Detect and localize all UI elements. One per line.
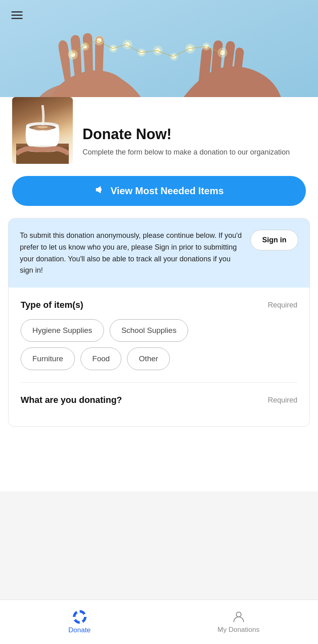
tag-hygiene-supplies[interactable]: Hygiene Supplies	[21, 319, 104, 342]
what-donating-label: What are you donating?	[21, 395, 122, 405]
card-header: Donate Now! Complete the form below to m…	[0, 97, 318, 164]
view-most-needed-label: View Most Needed Items	[110, 185, 224, 197]
donation-form-card: To submit this donation anonymously, ple…	[8, 218, 310, 427]
tag-food[interactable]: Food	[81, 347, 121, 370]
nav-donate-label: Donate	[68, 626, 91, 634]
item-type-label: Type of item(s)	[21, 300, 83, 310]
tag-other[interactable]: Other	[127, 347, 170, 370]
item-type-tags-row-2: Furniture Food Other	[21, 347, 297, 370]
svg-point-11	[123, 40, 132, 49]
person-icon	[232, 610, 245, 623]
bottom-spacer	[0, 427, 318, 479]
svg-point-7	[94, 36, 104, 45]
signin-banner: To submit this donation anonymously, ple…	[8, 218, 310, 288]
what-donating-required: Required	[268, 396, 297, 405]
svg-point-17	[170, 53, 178, 61]
signin-text: To submit this donation anonymously, ple…	[20, 230, 242, 276]
tag-furniture[interactable]: Furniture	[21, 347, 75, 370]
title-block: Donate Now! Complete the form below to m…	[73, 97, 306, 158]
coffee-illustration	[16, 97, 69, 164]
svg-point-23	[218, 48, 227, 57]
hamburger-menu-button[interactable]	[8, 8, 26, 22]
main-content: Donate Now! Complete the form below to m…	[0, 97, 318, 491]
svg-point-5	[81, 42, 89, 51]
hamburger-line-3	[11, 18, 23, 19]
coffee-image	[12, 97, 73, 164]
signin-button[interactable]: Sign in	[250, 230, 298, 250]
nav-my-donations[interactable]: My Donations	[159, 600, 318, 644]
what-donating-section: What are you donating? Required	[21, 395, 297, 405]
svg-point-29	[236, 612, 241, 617]
page-title: Donate Now!	[83, 125, 306, 143]
donate-icon	[73, 610, 87, 624]
item-type-section: Type of item(s) Required Hygiene Supplie…	[21, 300, 297, 370]
hamburger-line-2	[11, 15, 23, 16]
item-type-required: Required	[268, 301, 297, 309]
nav-donate[interactable]: Donate	[0, 600, 159, 644]
page-subtitle: Complete the form below to make a donati…	[83, 147, 306, 158]
view-most-needed-button[interactable]: View Most Needed Items	[12, 176, 306, 206]
tag-school-supplies[interactable]: School Supplies	[110, 319, 188, 342]
form-body: Type of item(s) Required Hygiene Supplie…	[8, 288, 310, 426]
section-divider	[21, 382, 297, 383]
item-type-header: Type of item(s) Required	[21, 300, 297, 310]
item-type-tags-row-1: Hygiene Supplies School Supplies	[21, 319, 297, 342]
megaphone-icon	[94, 184, 106, 198]
bottom-nav: Donate My Donations	[0, 600, 318, 644]
hamburger-line-1	[11, 11, 23, 13]
nav-my-donations-label: My Donations	[218, 626, 260, 634]
what-donating-header: What are you donating? Required	[21, 395, 297, 405]
